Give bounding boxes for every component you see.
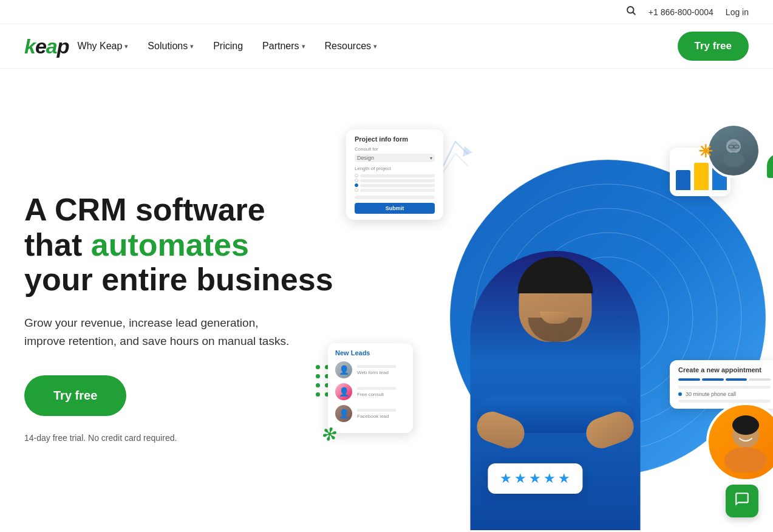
svg-marker-16 xyxy=(463,146,472,157)
search-icon[interactable] xyxy=(625,5,636,19)
hero-section: A CRM software that automates your entir… xyxy=(0,69,773,532)
logo[interactable]: keap xyxy=(24,35,69,58)
nav-item-solutions[interactable]: Solutions ▾ xyxy=(139,36,202,56)
navigation: keap Why Keap ▾ Solutions ▾ Pricing Part… xyxy=(0,24,773,69)
appointment-title: Create a new appointment xyxy=(678,366,771,373)
chart-bar xyxy=(694,163,709,190)
phone-number[interactable]: +1 866-800-0004 xyxy=(649,7,713,17)
star-icon: ★ xyxy=(558,471,570,486)
asterisk-decoration: ✳ xyxy=(698,142,712,162)
chat-icon xyxy=(734,491,750,511)
avatar-man-glasses xyxy=(706,123,761,178)
chat-widget[interactable] xyxy=(726,485,758,517)
lead-avatar: 👤 xyxy=(335,383,352,400)
hero-illustration: Project info form Consult for Design ▾ L… xyxy=(340,105,749,530)
lead-item: 👤 Facebook lead xyxy=(335,405,406,422)
chevron-down-icon: ▾ xyxy=(190,43,194,50)
form-submit-btn[interactable]: Submit xyxy=(355,203,435,214)
login-link[interactable]: Log in xyxy=(726,7,749,17)
nav-try-free-button[interactable]: Try free xyxy=(678,32,749,61)
lead-avatar: 👤 xyxy=(335,361,352,378)
hero-try-free-button[interactable]: Try free xyxy=(24,375,126,416)
lead-item: 👤 Free consult xyxy=(335,383,406,400)
svg-line-1 xyxy=(633,12,635,14)
nav-item-partners[interactable]: Partners ▾ xyxy=(254,36,313,56)
nav-item-pricing[interactable]: Pricing xyxy=(205,36,251,56)
project-form-card: Project info form Consult for Design ▾ L… xyxy=(346,129,443,220)
stars-card: ★ ★ ★ ★ ★ xyxy=(488,463,582,494)
logo-text: keap xyxy=(24,35,69,58)
chevron-down-icon: ▾ xyxy=(124,43,128,50)
chevron-down-icon: ▾ xyxy=(373,43,377,50)
nav-items: Why Keap ▾ Solutions ▾ Pricing Partners … xyxy=(69,36,678,56)
lead-avatar: 👤 xyxy=(335,405,352,422)
nav-item-why-keap[interactable]: Why Keap ▾ xyxy=(69,36,137,56)
chevron-down-icon: ▾ xyxy=(302,43,305,50)
svg-point-12 xyxy=(723,152,744,167)
form-card-label: Consult for xyxy=(355,146,435,152)
star-icon: ★ xyxy=(514,471,526,486)
star-icon: ★ xyxy=(543,471,556,486)
new-leads-card: New Leads 👤 Web form lead 👤 Free consult… xyxy=(328,343,413,433)
lead-item: 👤 Web form lead xyxy=(335,361,406,378)
chart-bar xyxy=(676,170,690,190)
hero-content: A CRM software that automates your entir… xyxy=(24,193,340,442)
leads-title: New Leads xyxy=(335,349,406,356)
hero-title: A CRM software that automates your entir… xyxy=(24,193,340,297)
star-icon: ★ xyxy=(500,471,512,486)
speech-bubble-green xyxy=(767,154,773,178)
hero-trial-note: 14-day free trial. No credit card requir… xyxy=(24,433,340,443)
star-icon: ★ xyxy=(529,471,541,486)
appointment-progress xyxy=(678,378,771,381)
svg-point-15 xyxy=(732,415,759,435)
svg-point-14 xyxy=(724,447,767,472)
appointment-card: Create a new appointment 30 minute phone… xyxy=(670,360,773,409)
nav-item-resources[interactable]: Resources ▾ xyxy=(316,36,386,56)
hero-subtitle: Grow your revenue, increase lead generat… xyxy=(24,314,291,351)
form-dropdown[interactable]: Design ▾ xyxy=(355,154,435,162)
topbar: +1 866-800-0004 Log in xyxy=(0,0,773,24)
form-card-title: Project info form xyxy=(355,135,435,143)
